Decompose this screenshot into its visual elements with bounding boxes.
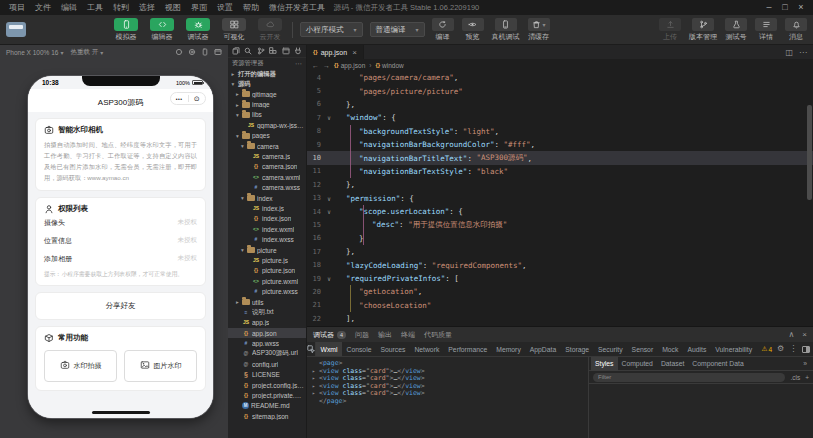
- panel-tab-x[interactable]: 输出: [378, 330, 392, 340]
- exit-icon[interactable]: ⊙: [189, 95, 206, 102]
- tree-item-24[interactable]: #app.wxss: [228, 338, 306, 348]
- tree-item-26[interactable]: @config.url: [228, 359, 306, 369]
- code-line-12[interactable]: 12},: [307, 178, 813, 191]
- code-line-20[interactable]: 20"getLocation",: [307, 285, 813, 298]
- devtools-tab-mock[interactable]: Mock: [658, 342, 683, 357]
- code-line-14[interactable]: 14∨"scope.userLocation": {: [307, 205, 813, 218]
- panel-collapse-icon[interactable]: ∧: [788, 330, 794, 339]
- remote-debug-button[interactable]: 真机调试: [492, 18, 520, 42]
- more-icon[interactable]: ⋯: [799, 48, 807, 57]
- permission-row[interactable]: 位置信息未授权: [44, 232, 197, 250]
- watermark-capture-button[interactable]: 水印拍摄: [44, 350, 117, 382]
- code-line-8[interactable]: 8"backgroundTextStyle": "light",: [307, 125, 813, 138]
- code-line-11[interactable]: 11"navigationBarTextStyle": "black": [307, 165, 813, 178]
- tree-item-18[interactable]: <>picture.wxml: [228, 276, 306, 286]
- hot-reload-toggle[interactable]: 热重载 开▾: [70, 48, 103, 57]
- toggle-cloud-dev[interactable]: 云开发: [255, 18, 285, 42]
- tree-item-27[interactable]: §LICENSE: [228, 370, 306, 380]
- permission-row[interactable]: 摄像头未授权: [44, 214, 197, 232]
- panel-close-icon[interactable]: ×: [802, 330, 807, 339]
- editor-scrollbar[interactable]: [807, 105, 812, 200]
- devtools-tab-console[interactable]: Console: [342, 342, 376, 357]
- popout-icon[interactable]: [214, 48, 222, 56]
- styles-tab-computed[interactable]: Computed: [618, 357, 657, 371]
- plugin-icon[interactable]: [294, 47, 302, 55]
- inspect-icon[interactable]: [307, 342, 316, 356]
- tab-app-json[interactable]: {} app.json ×: [307, 45, 364, 59]
- code-line-13[interactable]: 13∨"permission": {: [307, 192, 813, 205]
- tree-item-3[interactable]: JSqqmap-wx-jssdk.js: [228, 120, 306, 130]
- toggle-class-button[interactable]: .cls: [790, 374, 800, 381]
- tree-item-21[interactable]: ≡说明.txt: [228, 307, 306, 317]
- compile-select[interactable]: 普通编译 ▾: [370, 22, 425, 37]
- devtools-tab-storage[interactable]: Storage: [561, 342, 594, 357]
- styles-tab-component-data[interactable]: Component Data: [688, 357, 747, 371]
- tree-item-7[interactable]: {}camera.json: [228, 162, 306, 172]
- device-select[interactable]: Phone X 100% 16▾: [6, 49, 63, 56]
- code-line-21[interactable]: 21"chooseLocation": [307, 299, 813, 312]
- back-icon[interactable]: ←: [312, 62, 319, 69]
- toggle-debugger[interactable]: 调试器: [183, 18, 213, 42]
- clear-cache-button[interactable]: ▾清缓存: [528, 18, 550, 42]
- code-line-7[interactable]: 7∨"window": {: [307, 111, 813, 124]
- toggle-visualization[interactable]: 可视化: [219, 18, 249, 42]
- tree-item-0[interactable]: ▸gitimage: [228, 89, 306, 99]
- devtools-tab-wxml[interactable]: Wxml: [316, 342, 342, 357]
- fold-icon[interactable]: ∨: [325, 195, 333, 202]
- extensions-icon[interactable]: [269, 47, 277, 55]
- tree-item-15[interactable]: ▾picture: [228, 245, 306, 255]
- tree-item-23[interactable]: {}app.json: [228, 328, 306, 338]
- menu-item-2[interactable]: 编辑: [56, 0, 82, 15]
- wxml-node[interactable]: ▸<view class="card">…</view>: [312, 390, 583, 398]
- elements-tree[interactable]: <page>▸<view class="card">…</view>▸<view…: [307, 357, 588, 438]
- tree-item-8[interactable]: <>camera.wxml: [228, 172, 306, 182]
- tree-item-29[interactable]: {}project.private.config.json: [228, 390, 306, 400]
- fold-icon[interactable]: ∨: [325, 114, 333, 121]
- search-icon[interactable]: [244, 47, 252, 55]
- share-button[interactable]: 分享好友: [35, 292, 206, 320]
- toggle-editor[interactable]: 编辑器: [147, 18, 177, 42]
- tree-item-6[interactable]: JScamera.js: [228, 151, 306, 161]
- capture-icon[interactable]: [188, 48, 196, 56]
- panel-tab-x[interactable]: 终端: [401, 330, 415, 340]
- minimize-button[interactable]: –: [761, 0, 777, 15]
- panel-tab-x[interactable]: 代码质量: [424, 330, 452, 340]
- devtools-tab-sources[interactable]: Sources: [376, 342, 410, 357]
- code-line-6[interactable]: 6},: [307, 98, 813, 111]
- panel-tab-debugger[interactable]: 调试器4: [313, 330, 346, 340]
- rotate-icon[interactable]: [175, 48, 183, 56]
- wxml-root-close[interactable]: </page>: [312, 398, 583, 406]
- tree-item-13[interactable]: <>index.wxml: [228, 224, 306, 234]
- tree-item-17[interactable]: {}picture.json: [228, 266, 306, 276]
- tree-item-16[interactable]: JSpicture.js: [228, 255, 306, 265]
- split-editor-icon[interactable]: ◫: [785, 48, 793, 57]
- breadcrumb-file[interactable]: {} app.json: [334, 62, 365, 69]
- tree-item-4[interactable]: ▾pages: [228, 131, 306, 141]
- details-button[interactable]: 详情: [755, 18, 777, 42]
- tree-item-25[interactable]: @ASP300源码.url: [228, 349, 306, 359]
- menu-item-1[interactable]: 文件: [30, 0, 56, 15]
- menu-item-10[interactable]: 微信开发者工具: [264, 0, 330, 15]
- menu-item-7[interactable]: 界面: [186, 0, 212, 15]
- styles-tab-styles[interactable]: Styles: [591, 357, 618, 371]
- panel-tab-x[interactable]: 问题: [355, 330, 369, 340]
- more-icon[interactable]: ⋯: [295, 60, 302, 68]
- code-line-17[interactable]: 17},: [307, 245, 813, 258]
- tree-item-30[interactable]: MREADME.md: [228, 401, 306, 411]
- devtools-tab-vulnerability[interactable]: Vulnerability: [711, 342, 757, 357]
- devtools-tab-sensor[interactable]: Sensor: [627, 342, 658, 357]
- code-line-10[interactable]: 10"navigationBarTitleText": "ASP300源码",: [307, 151, 813, 164]
- code-line-5[interactable]: 5"pages/picture/picture": [307, 84, 813, 97]
- tree-item-11[interactable]: JSindex.js: [228, 203, 306, 213]
- code-line-9[interactable]: 9"navigationBarBackgroundColor": "#fff",: [307, 138, 813, 151]
- test-account-button[interactable]: 测试号: [725, 18, 747, 42]
- devtools-tab-network[interactable]: Network: [410, 342, 444, 357]
- menu-item-8[interactable]: 设置: [212, 0, 238, 15]
- tree-item-20[interactable]: ▸utils: [228, 297, 306, 307]
- tree-item-5[interactable]: ▾camera: [228, 141, 306, 151]
- styles-tab-dataset[interactable]: Dataset: [657, 357, 688, 371]
- preview-button[interactable]: 预览: [462, 18, 484, 42]
- code-line-22[interactable]: 22],: [307, 312, 813, 325]
- forward-icon[interactable]: →: [323, 62, 330, 69]
- close-icon[interactable]: ×: [352, 48, 357, 57]
